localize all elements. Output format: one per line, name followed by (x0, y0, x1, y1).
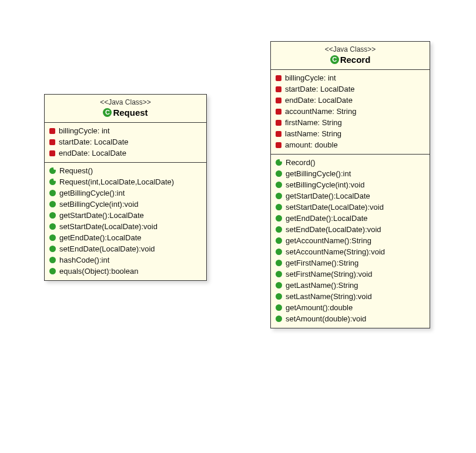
field-icon (276, 75, 281, 81)
attribute-label: startDate: LocalDate (285, 85, 355, 93)
method-row: getEndDate():LocalDate (276, 213, 425, 224)
method-row: Record() (276, 157, 425, 168)
field-icon (276, 120, 281, 126)
method-row: getAmount():double (276, 302, 425, 313)
method-label: hashCode():int (59, 256, 109, 264)
method-icon (49, 234, 56, 241)
methods-section: Record() getBillingCycle():int setBillin… (271, 155, 430, 328)
method-row: equals(Object):boolean (49, 266, 202, 277)
method-row: getFirstName():String (276, 257, 425, 269)
method-icon (276, 237, 282, 244)
method-icon (276, 215, 282, 222)
attribute-label: amount: double (285, 140, 338, 149)
method-row: getLastName():String (276, 280, 425, 291)
method-icon (49, 223, 56, 230)
attribute-label: lastName: String (285, 129, 341, 138)
constructor-icon (49, 167, 56, 174)
method-icon (276, 260, 282, 266)
method-row: getAccountName():String (276, 235, 425, 246)
method-row: getStartDate():LocalDate (276, 190, 425, 202)
method-icon (49, 212, 56, 219)
method-label: getAmount():double (286, 303, 353, 312)
method-icon (49, 190, 56, 196)
method-row: getStartDate():LocalDate (49, 210, 202, 221)
method-row: setStartDate(LocalDate):void (49, 221, 202, 232)
method-label: setAmount(double):void (286, 314, 366, 323)
attribute-row: billingCycle: int (49, 125, 202, 136)
method-row: getBillingCycle():int (49, 187, 202, 199)
class-name-row: C Record (330, 55, 371, 65)
attribute-label: billingCycle: int (285, 73, 336, 82)
attribute-label: endDate: LocalDate (59, 149, 126, 157)
attribute-row: endDate: LocalDate (276, 95, 425, 106)
method-icon (276, 226, 282, 233)
attributes-section: billingCycle: int startDate: LocalDate e… (271, 70, 430, 155)
method-icon (276, 271, 282, 277)
method-label: setAccountName(String):void (286, 247, 385, 256)
method-row: setAccountName(String):void (276, 246, 425, 257)
class-icon: C (103, 108, 112, 117)
field-icon (276, 98, 281, 103)
field-icon (276, 86, 281, 92)
method-label: equals(Object):boolean (59, 267, 138, 276)
attributes-section: billingCycle: int startDate: LocalDate e… (45, 123, 206, 163)
method-row: setBillingCycle(int):void (276, 179, 425, 190)
attribute-label: endDate: LocalDate (285, 96, 353, 105)
attribute-row: endDate: LocalDate (49, 147, 202, 159)
uml-class-request: <<Java Class>> C Request billingCycle: i… (44, 94, 207, 281)
field-icon (276, 109, 281, 115)
method-icon (276, 293, 282, 300)
method-row: hashCode():int (49, 254, 202, 266)
method-row: Request(int,LocalDate,LocalDate) (49, 176, 202, 187)
field-icon (276, 131, 281, 137)
constructor-icon (49, 179, 56, 185)
method-label: setLastName(String):void (286, 292, 372, 301)
method-icon (49, 257, 56, 263)
constructor-icon (276, 159, 282, 166)
method-label: setBillingCycle(int):void (59, 200, 138, 209)
method-label: getLastName():String (286, 281, 358, 290)
methods-section: Request() Request(int,LocalDate,LocalDat… (45, 163, 206, 280)
method-row: setBillingCycle(int):void (49, 199, 202, 210)
method-label: getEndDate():LocalDate (286, 214, 367, 223)
attribute-label: billingCycle: int (59, 126, 110, 135)
method-label: getBillingCycle():int (59, 189, 125, 197)
class-name: Request (113, 108, 148, 118)
method-icon (276, 304, 282, 311)
method-icon (276, 193, 282, 199)
field-icon (49, 150, 55, 156)
class-icon: C (330, 55, 339, 64)
method-icon (276, 182, 282, 188)
method-label: setBillingCycle(int):void (286, 180, 364, 189)
method-icon (276, 249, 282, 255)
method-icon (276, 282, 282, 288)
method-row: setLastName(String):void (276, 291, 425, 302)
attribute-row: startDate: LocalDate (276, 83, 425, 95)
method-row: setEndDate(LocalDate):void (49, 243, 202, 254)
attribute-label: startDate: LocalDate (59, 137, 129, 146)
method-label: getStartDate():LocalDate (59, 211, 144, 220)
method-label: getBillingCycle():int (286, 169, 351, 178)
attribute-row: accountName: String (276, 106, 425, 117)
class-name: Record (340, 55, 371, 65)
method-label: setEndDate(LocalDate):void (59, 244, 155, 253)
method-label: Request(int,LocalDate,LocalDate) (59, 177, 174, 186)
attribute-row: amount: double (276, 139, 425, 150)
method-label: Request() (59, 166, 93, 175)
method-row: setEndDate(LocalDate):void (276, 224, 425, 235)
stereotype-label: <<Java Class>> (51, 98, 200, 106)
method-label: getStartDate():LocalDate (286, 192, 370, 200)
class-header: <<Java Class>> C Request (45, 95, 206, 123)
method-label: setEndDate(LocalDate):void (286, 225, 381, 234)
method-row: Request() (49, 165, 202, 176)
attribute-label: accountName: String (285, 107, 356, 116)
method-icon (276, 316, 282, 322)
method-row: setStartDate(LocalDate):void (276, 202, 425, 213)
method-label: getFirstName():String (286, 259, 358, 267)
method-label: setStartDate(LocalDate):void (286, 203, 384, 212)
method-row: getEndDate():LocalDate (49, 232, 202, 243)
method-label: Record() (286, 158, 316, 167)
method-row: setAmount(double):void (276, 313, 425, 324)
method-icon (276, 170, 282, 177)
method-label: setStartDate(LocalDate):void (59, 222, 157, 231)
